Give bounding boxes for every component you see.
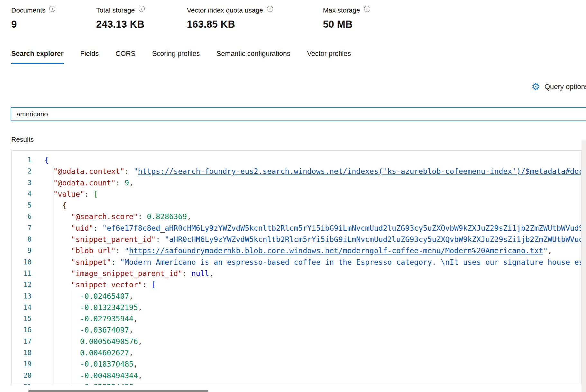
code-line[interactable]: 3 "@odata.count": 9, bbox=[12, 177, 581, 189]
line-number: 1 bbox=[12, 155, 32, 166]
info-icon[interactable]: i bbox=[364, 6, 370, 12]
line-number: 17 bbox=[12, 336, 32, 347]
line-number: 11 bbox=[12, 268, 32, 279]
stat-max-storage-value: 50 MB bbox=[323, 19, 370, 30]
line-number: 12 bbox=[12, 279, 32, 290]
tab-fields[interactable]: Fields bbox=[80, 50, 99, 63]
line-number: 13 bbox=[12, 291, 32, 302]
stat-total-storage-value: 243.13 KB bbox=[96, 19, 145, 30]
line-number: 16 bbox=[12, 325, 32, 336]
stat-documents-label: Documents bbox=[11, 6, 45, 14]
code-line[interactable]: 7 "uid": "ef6e17f8c8ed_aHR0cHM6Ly9zYWZvd… bbox=[12, 223, 581, 234]
line-number: 7 bbox=[12, 223, 32, 234]
line-number: 9 bbox=[12, 245, 32, 256]
line-number: 8 bbox=[12, 234, 32, 245]
stat-vector-quota: Vector index quota usage i 163.85 KB bbox=[187, 6, 273, 30]
code-lines[interactable]: 1{2 "@odata.context": "https://search-fo… bbox=[12, 151, 581, 385]
line-number: 20 bbox=[12, 370, 32, 381]
stat-vector-quota-label: Vector index quota usage bbox=[187, 6, 263, 14]
line-number: 6 bbox=[12, 211, 32, 222]
line-number: 4 bbox=[12, 189, 32, 200]
code-line[interactable]: 1{ bbox=[12, 155, 581, 166]
index-tabs: Search explorer Fields CORS Scoring prof… bbox=[11, 50, 351, 64]
code-line[interactable]: 9 "blob_url": "https://safoundrymodernkb… bbox=[12, 245, 581, 256]
query-options-label: Query options bbox=[545, 83, 586, 91]
stat-total-storage: Total storage i 243.13 KB bbox=[96, 6, 145, 30]
line-number: 18 bbox=[12, 347, 32, 359]
code-line[interactable]: 2 "@odata.context": "https://search-foun… bbox=[12, 166, 581, 177]
code-line[interactable]: 19 -0.018370485, bbox=[12, 359, 581, 370]
code-line[interactable]: 16 -0.03674097, bbox=[12, 325, 581, 336]
stat-total-storage-label: Total storage bbox=[96, 6, 135, 14]
info-icon[interactable]: i bbox=[139, 6, 145, 12]
indent-guide bbox=[62, 211, 62, 290]
tab-vector-profiles[interactable]: Vector profiles bbox=[307, 50, 351, 63]
horizontal-scrollbar-thumb[interactable] bbox=[28, 390, 208, 392]
line-number: 5 bbox=[12, 200, 32, 211]
line-number: 10 bbox=[12, 257, 32, 268]
stat-max-storage: Max storage i 50 MB bbox=[323, 6, 370, 30]
code-line[interactable]: 11 "image_snippet_parent_id": null, bbox=[12, 268, 581, 279]
line-number: 3 bbox=[12, 177, 32, 189]
code-line[interactable]: 8 "snippet_parent_id": "aHR0cHM6Ly9zYWZv… bbox=[12, 234, 581, 245]
stat-vector-quota-value: 163.85 KB bbox=[187, 19, 273, 30]
search-query-input[interactable] bbox=[11, 107, 586, 121]
code-line[interactable]: 6 "@search.score": 0.8286369, bbox=[12, 211, 581, 222]
code-line[interactable]: 15 -0.027935944, bbox=[12, 313, 581, 325]
code-line[interactable]: 12 "snippet_vector": [ bbox=[12, 279, 581, 290]
results-json-viewer[interactable]: 1{2 "@odata.context": "https://search-fo… bbox=[11, 150, 581, 385]
indent-guide bbox=[71, 290, 71, 385]
tab-search-explorer[interactable]: Search explorer bbox=[11, 50, 64, 64]
code-line[interactable]: 13 -0.02465407, bbox=[12, 291, 581, 302]
code-line[interactable]: 14 -0.0132342195, bbox=[12, 302, 581, 313]
code-line[interactable]: 10 "snippet": "Modern Americano is an es… bbox=[12, 257, 581, 268]
vertical-scrollbar[interactable] bbox=[581, 140, 586, 392]
code-line[interactable]: 5 { bbox=[12, 200, 581, 211]
line-number: 21 bbox=[12, 381, 32, 385]
stat-documents-value: 9 bbox=[11, 19, 55, 30]
line-number: 2 bbox=[12, 166, 32, 177]
line-number: 19 bbox=[12, 359, 32, 370]
code-line[interactable]: 20 -0.0048494344, bbox=[12, 370, 581, 381]
code-line[interactable]: 21 -0.025234458, bbox=[12, 381, 581, 385]
info-icon[interactable]: i bbox=[49, 6, 55, 12]
query-options-button[interactable]: ⚙ Query options bbox=[531, 82, 586, 92]
line-number: 14 bbox=[12, 302, 32, 313]
tab-scoring-profiles[interactable]: Scoring profiles bbox=[152, 50, 200, 63]
code-line[interactable]: 17 0.00056490576, bbox=[12, 336, 581, 347]
info-icon[interactable]: i bbox=[267, 6, 273, 12]
stat-max-storage-label: Max storage bbox=[323, 6, 360, 14]
stat-documents: Documents i 9 bbox=[11, 6, 55, 30]
results-label: Results bbox=[11, 136, 34, 143]
indent-guide bbox=[53, 165, 53, 385]
tab-semantic-configurations[interactable]: Semantic configurations bbox=[216, 50, 290, 63]
line-number: 15 bbox=[12, 313, 32, 325]
gear-icon: ⚙ bbox=[531, 82, 540, 92]
tab-cors[interactable]: CORS bbox=[115, 50, 135, 63]
code-line[interactable]: 4 "value": [ bbox=[12, 189, 581, 200]
code-line[interactable]: 18 0.004602627, bbox=[12, 347, 581, 359]
